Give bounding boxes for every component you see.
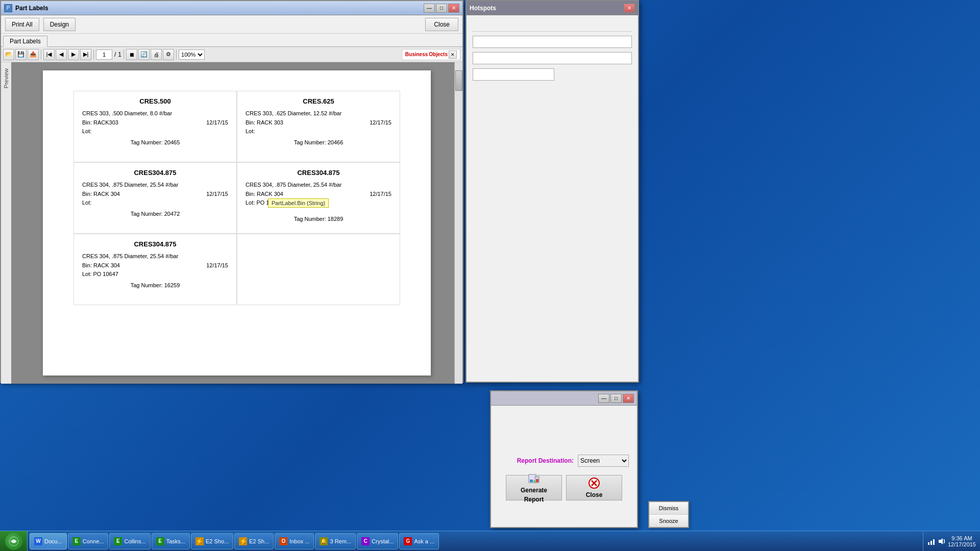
last-page-btn[interactable]: ▶| [80, 49, 91, 60]
label-1-lot: Lot: [82, 127, 228, 136]
taskbar-clock: 9:36 AM 12/17/2015 [948, 535, 976, 547]
taskbar-items: W Docu... E Conne... E Collins... E Task… [28, 531, 923, 551]
taskbar-item-docu[interactable]: W Docu... [30, 533, 67, 549]
taskbar-label-tasks: Tasks... [166, 538, 185, 544]
design-button[interactable]: Design [43, 18, 76, 31]
generate-close-btn[interactable]: ✕ [623, 394, 634, 403]
next-page-btn[interactable]: ▶ [68, 49, 79, 60]
label-2-title: CRES.625 [246, 97, 391, 105]
svg-marker-13 [939, 538, 943, 544]
generate-dialog-titlebar: — □ ✕ [491, 391, 637, 406]
close-report-icon [588, 477, 600, 489]
close-button[interactable]: Close [425, 18, 458, 31]
label-4-tag: Tag Number: 18289 [246, 216, 391, 222]
label-3-title: CRES304.875 [82, 169, 228, 177]
report-dest-label: Report Destination: [517, 457, 574, 464]
hotspot-input-1[interactable] [473, 36, 632, 48]
report-spacer-top [499, 414, 629, 455]
save-report-btn[interactable]: 💾 [15, 49, 27, 60]
page-number-input[interactable]: 1 [96, 49, 112, 60]
first-page-btn[interactable]: |◀ [43, 49, 55, 60]
taskbar-icon-remind: 🔔 [320, 537, 328, 545]
svg-rect-2 [530, 480, 533, 482]
label-cell-2: CRES.625 CRES 303, .625 Diameter, 12.52 … [237, 91, 400, 162]
generate-maximize-btn[interactable]: □ [610, 394, 622, 403]
close-report-btn-label: Close [586, 491, 603, 498]
open-report-btn[interactable]: 📂 [3, 49, 14, 60]
taskbar-label-crystal: Crystal... [372, 538, 394, 544]
label-5-lot: Lot: PO 10647 [82, 270, 228, 279]
generate-icon [528, 472, 540, 485]
label-1-desc: CRES 303, .500 Diameter, 8.0 #/bar [82, 109, 228, 118]
hotspot-input-3[interactable] [473, 68, 554, 81]
label-5-bin: Bin: RACK 304 [82, 261, 120, 270]
close-report-button[interactable]: Close [566, 475, 622, 500]
report-dest-select[interactable]: Screen Printer File Email [578, 455, 629, 467]
zoom-select[interactable]: 100% 75% 50% 150% [179, 49, 205, 60]
hotspot-spacer [473, 85, 632, 187]
taskbar-icon-inbox: O [279, 537, 287, 545]
taskbar-item-tasks[interactable]: E Tasks... [152, 533, 190, 549]
network-icon [927, 537, 936, 545]
start-orb[interactable] [5, 533, 22, 550]
label-3-desc: CRES 304, .875 Diameter, 25.54 #/bar [82, 181, 228, 190]
refresh-btn[interactable]: 🔄 [138, 49, 150, 60]
export-report-btn[interactable]: 📤 [28, 49, 39, 60]
stop-btn[interactable]: ⏹ [126, 49, 137, 60]
taskbar-item-remind[interactable]: 🔔 3 Rem... [315, 533, 356, 549]
label-4-title: CRES304.875 [246, 169, 391, 177]
taskbar-item-inbox[interactable]: O Inbox ... [275, 533, 314, 549]
svg-rect-4 [536, 479, 538, 482]
label-1-bin: Bin: RACK303 [82, 118, 118, 128]
report-page: CRES.500 CRES 303, .500 Diameter, 8.0 #/… [43, 70, 431, 375]
taskbar-item-e2sh[interactable]: ⚡ E2 Sh... [234, 533, 274, 549]
print-btn[interactable]: 🖨 [151, 49, 162, 60]
taskbar-item-crystal[interactable]: C Crystal... [357, 533, 398, 549]
label-3-bin-row: Bin: RACK 304 12/17/15 [82, 190, 228, 199]
label-1-tag: Tag Number: 20465 [82, 139, 228, 145]
volume-icon [938, 537, 946, 545]
hotspot-input-2[interactable] [473, 52, 632, 64]
generate-minimize-btn[interactable]: — [598, 394, 609, 403]
window-close-button[interactable]: ✕ [448, 4, 459, 13]
taskbar-label-conne: Conne... [83, 538, 104, 544]
report-toolbar: 📂 💾 📤 |◀ ◀ ▶ ▶| 1 / 1 ⏹ 🔄 🖨 ⚙ 100% 75% 5… [1, 47, 462, 62]
taskbar-icon-docu: W [34, 537, 42, 545]
hotspots-title: Hotspots [470, 5, 624, 12]
label-2-tag: Tag Number: 20466 [246, 139, 391, 145]
settings-btn[interactable]: ⚙ [163, 49, 174, 60]
taskbar-item-e2sho[interactable]: ⚡ E2 Sho... [191, 533, 233, 549]
start-button[interactable] [0, 531, 28, 552]
tooltip-text: PartLabel.Bin (String) [272, 200, 325, 206]
generate-btn-label2: Report [524, 496, 544, 503]
minimize-button[interactable]: — [424, 4, 435, 13]
preview-label: Preview [3, 68, 9, 88]
label-1-date: 12/17/15 [206, 118, 228, 128]
print-all-button[interactable]: Print All [5, 18, 39, 31]
generate-report-dialog: — □ ✕ Report Destination: Screen Printer… [490, 390, 638, 528]
label-4-bin: Bin: RACK 304 [246, 190, 283, 199]
label-3-bin: Bin: RACK 304 [82, 190, 120, 199]
part-labels-tab[interactable]: Part Labels [3, 36, 47, 47]
report-area[interactable]: CRES.500 CRES 303, .500 Diameter, 8.0 #/… [11, 62, 462, 384]
label-4-date: 12/17/15 [370, 190, 391, 199]
hotspots-titlebar: Hotspots ✕ [467, 1, 638, 15]
prev-page-btn[interactable]: ◀ [56, 49, 67, 60]
taskbar-label-e2sho: E2 Sho... [206, 538, 229, 544]
toolbar-separator-3 [124, 49, 124, 60]
scrollbar-thumb[interactable] [455, 70, 462, 91]
generate-report-button[interactable]: Generate Report [506, 475, 562, 500]
dismiss-snooze-panel: Dismiss Snooze [648, 501, 689, 528]
dismiss-button[interactable]: Dismiss [649, 502, 688, 515]
taskbar-item-conne[interactable]: E Conne... [68, 533, 109, 549]
hotspots-close-button[interactable]: ✕ [624, 4, 635, 13]
snooze-button[interactable]: Snooze [649, 515, 688, 527]
taskbar-item-collins[interactable]: E Collins... [109, 533, 150, 549]
bo-close-btn[interactable]: ✕ [449, 51, 457, 59]
maximize-button[interactable]: □ [436, 4, 447, 13]
label-5-bin-row: Bin: RACK 304 12/17/15 [82, 261, 228, 270]
label-5-desc: CRES 304, .875 Diameter, 25.54 #/bar [82, 252, 228, 261]
taskbar-item-ask[interactable]: G Ask a ... [399, 533, 439, 549]
clock-time: 9:36 AM [948, 535, 976, 541]
vertical-scrollbar[interactable] [454, 62, 462, 384]
